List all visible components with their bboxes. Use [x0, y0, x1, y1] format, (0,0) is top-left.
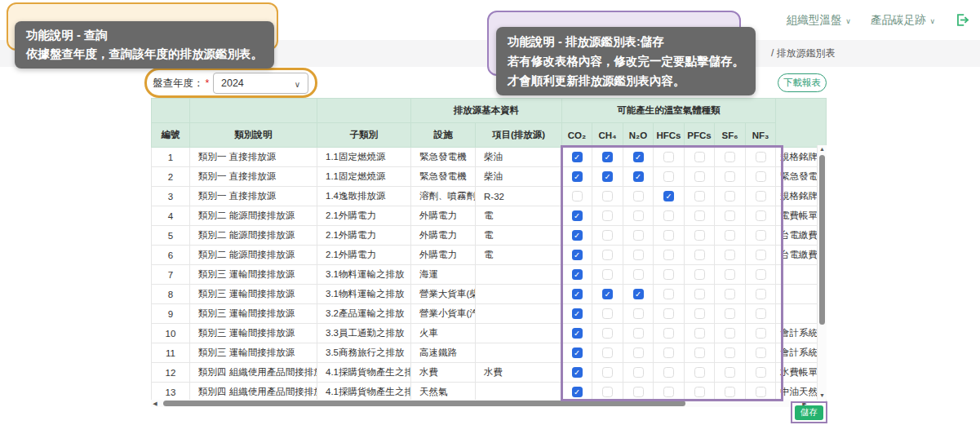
n2o-checkbox[interactable] [633, 152, 644, 162]
hfcs-checkbox[interactable] [663, 367, 674, 378]
ch4-checkbox[interactable] [602, 210, 613, 221]
sf6-checkbox[interactable] [725, 348, 735, 358]
pfcs-checkbox[interactable] [694, 289, 705, 299]
hfcs-checkbox[interactable] [663, 250, 674, 260]
n2o-checkbox[interactable] [633, 328, 644, 339]
vertical-scrollbar[interactable]: ▲ ▼ [817, 145, 827, 400]
co2-checkbox[interactable] [572, 210, 583, 221]
ch4-checkbox[interactable] [602, 348, 613, 358]
pfcs-checkbox[interactable] [694, 387, 705, 397]
pfcs-checkbox[interactable] [694, 191, 705, 201]
n2o-checkbox[interactable] [633, 171, 644, 182]
n2o-checkbox[interactable] [633, 269, 644, 280]
hfcs-checkbox[interactable] [663, 152, 674, 162]
n2o-checkbox[interactable] [633, 210, 644, 221]
hfcs-checkbox[interactable] [663, 348, 674, 358]
hfcs-checkbox[interactable] [663, 191, 674, 201]
nav-item-org-ghg[interactable]: 組織型溫盤 ∨ [787, 13, 851, 28]
co2-checkbox[interactable] [572, 269, 583, 280]
sf6-checkbox[interactable] [725, 191, 735, 201]
nav-item-product-footprint[interactable]: 產品碳足跡 ∨ [871, 13, 935, 28]
ch4-checkbox[interactable] [602, 230, 613, 241]
n2o-checkbox[interactable] [633, 348, 644, 358]
co2-checkbox[interactable] [572, 348, 583, 358]
nf3-checkbox[interactable] [756, 230, 766, 241]
ch4-checkbox[interactable] [602, 152, 613, 162]
scroll-down-arrow[interactable]: ▼ [818, 392, 827, 400]
n2o-checkbox[interactable] [633, 250, 644, 260]
pfcs-checkbox[interactable] [694, 328, 705, 339]
ch4-checkbox[interactable] [602, 269, 613, 280]
co2-checkbox[interactable] [572, 230, 583, 241]
ch4-checkbox[interactable] [602, 387, 613, 397]
n2o-checkbox[interactable] [633, 289, 644, 299]
n2o-checkbox[interactable] [633, 191, 644, 201]
ch4-checkbox[interactable] [602, 328, 613, 339]
hfcs-checkbox[interactable] [663, 289, 674, 299]
sf6-checkbox[interactable] [725, 152, 735, 162]
co2-checkbox[interactable] [572, 171, 583, 182]
save-button[interactable]: 儲存 [795, 405, 823, 420]
sf6-checkbox[interactable] [725, 387, 735, 397]
sf6-checkbox[interactable] [725, 171, 735, 182]
nf3-checkbox[interactable] [756, 152, 766, 162]
co2-checkbox[interactable] [572, 328, 583, 339]
co2-checkbox[interactable] [572, 250, 583, 260]
sf6-checkbox[interactable] [725, 289, 735, 299]
ch4-checkbox[interactable] [602, 289, 613, 299]
hfcs-checkbox[interactable] [663, 171, 674, 182]
sf6-checkbox[interactable] [725, 269, 735, 280]
sf6-checkbox[interactable] [725, 210, 735, 221]
n2o-checkbox[interactable] [633, 230, 644, 241]
nf3-checkbox[interactable] [756, 250, 766, 260]
hfcs-checkbox[interactable] [663, 269, 674, 280]
nf3-checkbox[interactable] [756, 308, 766, 319]
scroll-up-arrow[interactable]: ▲ [818, 145, 827, 153]
pfcs-checkbox[interactable] [694, 250, 705, 260]
nf3-checkbox[interactable] [756, 289, 766, 299]
co2-checkbox[interactable] [572, 289, 583, 299]
pfcs-checkbox[interactable] [694, 348, 705, 358]
sf6-checkbox[interactable] [725, 250, 735, 260]
n2o-checkbox[interactable] [633, 367, 644, 378]
pfcs-checkbox[interactable] [694, 230, 705, 241]
pfcs-checkbox[interactable] [694, 210, 705, 221]
sf6-checkbox[interactable] [725, 367, 735, 378]
v-scroll-thumb[interactable] [819, 155, 825, 325]
nf3-checkbox[interactable] [756, 367, 766, 378]
scroll-left-arrow[interactable]: ◀ [151, 400, 159, 407]
horizontal-scrollbar[interactable]: ◀ ▶ [151, 400, 809, 407]
n2o-checkbox[interactable] [633, 308, 644, 319]
hfcs-checkbox[interactable] [663, 210, 674, 221]
nf3-checkbox[interactable] [756, 348, 766, 358]
pfcs-checkbox[interactable] [694, 367, 705, 378]
logout-button[interactable] [955, 12, 970, 28]
ch4-checkbox[interactable] [602, 367, 613, 378]
hfcs-checkbox[interactable] [663, 308, 674, 319]
hfcs-checkbox[interactable] [663, 387, 674, 397]
co2-checkbox[interactable] [572, 191, 583, 201]
inventory-year-select[interactable]: 2024 ∨ [213, 73, 308, 94]
nf3-checkbox[interactable] [756, 171, 766, 182]
pfcs-checkbox[interactable] [694, 152, 705, 162]
pfcs-checkbox[interactable] [694, 308, 705, 319]
nf3-checkbox[interactable] [756, 328, 766, 339]
nf3-checkbox[interactable] [756, 210, 766, 221]
co2-checkbox[interactable] [572, 152, 583, 162]
download-report-button[interactable]: 下載報表 [778, 73, 827, 92]
hfcs-checkbox[interactable] [663, 230, 674, 241]
h-scroll-thumb[interactable] [163, 401, 685, 406]
co2-checkbox[interactable] [572, 367, 583, 378]
co2-checkbox[interactable] [572, 308, 583, 319]
nf3-checkbox[interactable] [756, 191, 766, 201]
hfcs-checkbox[interactable] [663, 328, 674, 339]
ch4-checkbox[interactable] [602, 308, 613, 319]
ch4-checkbox[interactable] [602, 171, 613, 182]
ch4-checkbox[interactable] [602, 191, 613, 201]
pfcs-checkbox[interactable] [694, 171, 705, 182]
sf6-checkbox[interactable] [725, 230, 735, 241]
ch4-checkbox[interactable] [602, 250, 613, 260]
pfcs-checkbox[interactable] [694, 269, 705, 280]
nf3-checkbox[interactable] [756, 387, 766, 397]
nf3-checkbox[interactable] [756, 269, 766, 280]
